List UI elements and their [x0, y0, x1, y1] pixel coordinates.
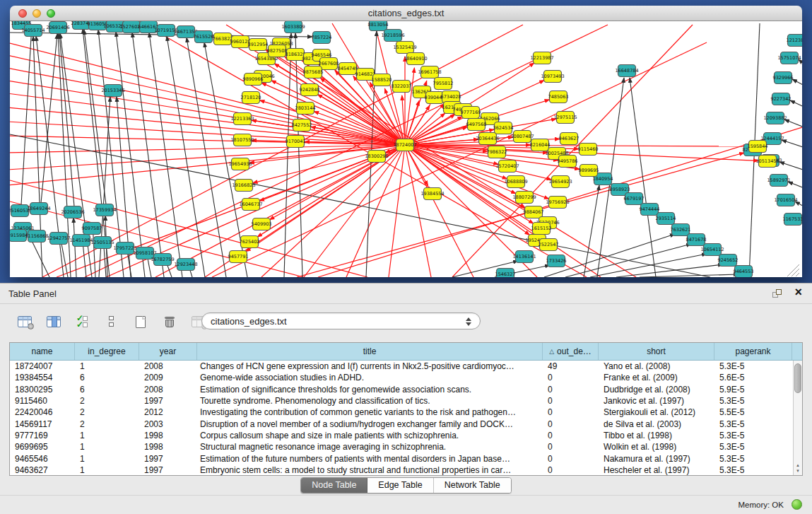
table-settings-button[interactable]	[16, 313, 34, 331]
graph-edge[interactable]	[790, 100, 802, 110]
table-cell[interactable]: 1997	[139, 396, 197, 406]
table-cell[interactable]: Estimation of significance thresholds fo…	[197, 385, 543, 395]
table-cell[interactable]: Jankovic et al. (1997)	[599, 396, 714, 406]
graph-node[interactable]: 10654112	[700, 244, 724, 256]
graph-node[interactable]: 16046737	[239, 199, 262, 211]
table-cell[interactable]: 19384554	[10, 373, 75, 382]
graph-node[interactable]: 1588520	[372, 74, 392, 86]
graph-edge[interactable]	[640, 274, 739, 277]
table-cell[interactable]: 5.9E-5	[714, 385, 792, 395]
graph-node[interactable]: 1212384	[787, 35, 802, 47]
table-cell[interactable]: 2	[75, 419, 139, 429]
graph-edge[interactable]	[99, 97, 110, 277]
graph-node[interactable]: 15325419	[393, 42, 416, 54]
graph-edge[interactable]	[59, 34, 74, 206]
table-cell[interactable]: 2009	[139, 373, 197, 382]
float-panel-icon[interactable]	[772, 289, 782, 299]
graph-node[interactable]: 2803144	[295, 103, 316, 115]
graph-edge[interactable]	[187, 37, 226, 277]
graph-node[interactable]: 18724007	[393, 139, 416, 151]
table-cell[interactable]: Tibbo et al. (1998)	[599, 431, 714, 440]
graph-node[interactable]: 9474444	[640, 204, 660, 216]
table-cell[interactable]: Investigating the contribution of common…	[197, 407, 543, 417]
graph-node[interactable]: 11156868	[25, 230, 48, 243]
table-cell[interactable]: 0	[543, 419, 599, 429]
graph-node[interactable]: 12505135	[90, 237, 114, 249]
table-cell[interactable]: Genome-wide association studies in ADHD.	[197, 373, 543, 382]
graph-node[interactable]: 7632621	[671, 224, 691, 236]
select-rows-button[interactable]: ✓✓	[73, 313, 92, 331]
table-cell[interactable]: 0	[543, 454, 599, 464]
graph-edge[interactable]	[84, 30, 106, 204]
table-cell[interactable]: 2	[75, 407, 139, 417]
graph-node[interactable]: 2718120	[241, 92, 261, 104]
graph-node[interactable]: 12213987	[530, 52, 553, 64]
table-cell[interactable]: Changes of HCN gene expression and I(f) …	[197, 361, 543, 371]
graph-node[interactable]: 9245652	[718, 255, 739, 267]
graph-node[interactable]: 1733426	[546, 255, 567, 267]
table-cell[interactable]: 0	[543, 431, 599, 440]
table-cell[interactable]: 5.3E-5	[714, 431, 792, 440]
graph-node[interactable]: 12923448	[174, 259, 197, 271]
graph-edge[interactable]	[212, 42, 707, 277]
tab-node-table[interactable]: Node Table	[301, 478, 367, 493]
graph-edge[interactable]	[405, 100, 419, 145]
graph-node[interactable]: 6497568	[466, 119, 487, 131]
table-cell[interactable]: 2008	[139, 361, 197, 371]
graph-node[interactable]: 9227342	[771, 93, 792, 105]
table-cell[interactable]: 5.3E-5	[714, 361, 792, 371]
table-cell[interactable]: Hescheler et al. (1997)	[599, 465, 714, 475]
graph-node[interactable]: 20153346	[101, 85, 124, 97]
graph-edge[interactable]	[782, 140, 802, 150]
column-header-name[interactable]: name	[10, 343, 75, 360]
table-cell[interactable]: 5.3E-5	[714, 396, 792, 406]
tab-network-table[interactable]: Network Table	[434, 478, 511, 493]
graph-node[interactable]: 9115460	[578, 144, 599, 156]
table-cell[interactable]: 18724007	[10, 361, 75, 371]
table-cell[interactable]: 0	[543, 442, 599, 452]
graph-node[interactable]: 12975115	[553, 112, 577, 124]
graph-edge[interactable]	[167, 36, 205, 277]
table-cell[interactable]: 9777169	[10, 431, 75, 440]
table-cell[interactable]: Embryonic stem cells: a model to study s…	[197, 465, 543, 475]
table-cell[interactable]: Structural magnetic resonance image aver…	[197, 442, 543, 452]
table-cell[interactable]: 9463627	[10, 465, 75, 475]
graph-node[interactable]: 9097587	[82, 223, 102, 235]
tab-edge-table[interactable]: Edge Table	[367, 478, 433, 493]
table-cell[interactable]: 6	[75, 385, 139, 395]
graph-node[interactable]: 7615526	[194, 31, 214, 43]
resize-grip-icon[interactable]	[796, 273, 799, 276]
table-cell[interactable]: 1	[75, 465, 139, 475]
table-cell[interactable]: 1997	[139, 465, 197, 475]
graph-node[interactable]: 8427552	[292, 119, 312, 132]
show-columns-button[interactable]	[45, 313, 63, 331]
column-header-pagerank[interactable]: pagerank	[714, 343, 792, 360]
graph-edge[interactable]	[145, 25, 587, 277]
table-cell[interactable]: 2	[75, 396, 139, 406]
table-cell[interactable]: 1	[75, 361, 139, 371]
table-cell[interactable]: Estimation of the future numbers of pati…	[197, 454, 543, 464]
graph-node[interactable]: 6679197	[624, 193, 645, 205]
scrollbar-thumb[interactable]	[794, 363, 801, 393]
table-scrollbar[interactable]: ▲ ▼	[793, 361, 802, 475]
table-row[interactable]: 977716911998Corpus callosum shape and si…	[10, 430, 802, 441]
graph-node[interactable]: 16782759	[151, 254, 174, 266]
table-cell[interactable]: 49	[543, 361, 599, 371]
column-header-in-degree[interactable]: in_degree	[75, 343, 139, 360]
row-height-button[interactable]	[102, 313, 121, 331]
column-header-year[interactable]: year	[139, 343, 197, 360]
table-selector-dropdown[interactable]: citations_edges.txt	[201, 313, 481, 329]
graph-node[interactable]: 20691406	[46, 22, 69, 34]
table-row[interactable]: 946554611997Estimation of the future num…	[10, 452, 802, 464]
graph-node[interactable]: 19166825	[232, 180, 255, 192]
graph-node[interactable]: 7485063	[548, 91, 569, 103]
graph-node[interactable]: 14136141	[512, 251, 536, 263]
graph-node[interactable]: 12942757	[47, 233, 70, 245]
graph-node[interactable]: 7625402	[240, 236, 260, 248]
graph-node[interactable]: 7857224	[312, 32, 332, 44]
table-cell[interactable]: Wolkin et al. (1998)	[599, 442, 714, 452]
graph-node[interactable]: 18807299	[512, 192, 536, 204]
graph-node[interactable]: 10513456	[755, 156, 779, 168]
graph-node[interactable]: 1595844	[748, 141, 768, 153]
graph-node[interactable]: 9899695	[579, 165, 599, 177]
